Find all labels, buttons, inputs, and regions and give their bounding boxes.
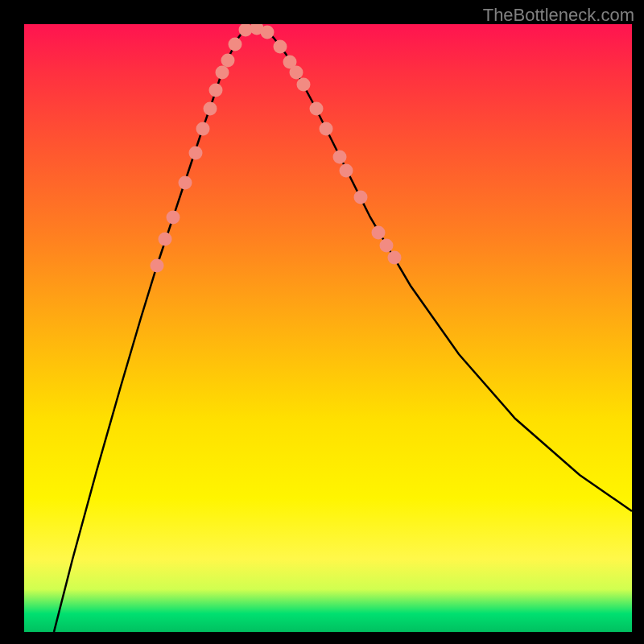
data-marker: [290, 66, 303, 80]
data-marker: [229, 38, 242, 52]
data-marker: [221, 54, 235, 68]
data-marker: [297, 78, 311, 92]
data-marker: [189, 147, 203, 160]
bottleneck-curve: [54, 28, 632, 632]
data-markers: [151, 24, 402, 273]
data-marker: [196, 122, 210, 136]
data-marker: [209, 84, 223, 97]
data-marker: [310, 102, 324, 116]
data-marker: [388, 251, 402, 265]
data-marker: [261, 26, 275, 39]
data-marker: [340, 164, 353, 178]
curve-svg: [24, 24, 632, 632]
data-marker: [380, 239, 394, 253]
data-marker: [216, 66, 229, 80]
data-marker: [354, 191, 368, 204]
data-marker: [372, 226, 386, 240]
data-marker: [320, 122, 333, 136]
watermark-text: TheBottleneck.com: [483, 5, 634, 26]
data-marker: [204, 102, 217, 116]
data-marker: [179, 176, 192, 190]
data-marker: [274, 40, 287, 54]
data-marker: [333, 151, 347, 164]
data-marker: [151, 259, 164, 273]
data-marker: [167, 211, 180, 225]
data-marker: [159, 233, 172, 246]
